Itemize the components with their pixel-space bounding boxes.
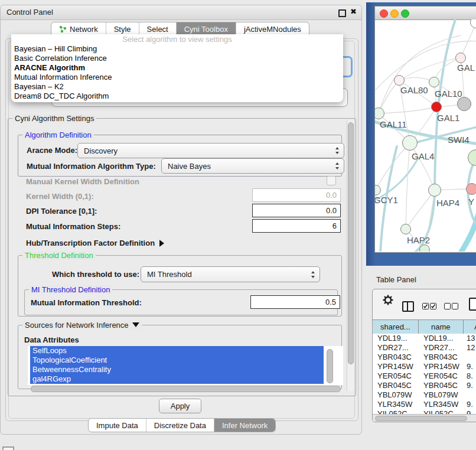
network-node[interactable] bbox=[468, 149, 476, 166]
data-attributes-list[interactable]: SelfLoopsTopologicalCoefficientBetweenne… bbox=[28, 346, 343, 385]
column-header-shared-name[interactable]: shared... bbox=[373, 320, 419, 334]
data-attribute-item[interactable]: TopologicalCoefficient bbox=[30, 356, 324, 365]
table-cell[interactable]: YBL079W bbox=[419, 390, 464, 400]
table-cell[interactable]: YBR045C bbox=[419, 381, 464, 390]
table-horizontal-scrollbar[interactable] bbox=[373, 414, 476, 422]
table-cell[interactable]: YBR043C bbox=[373, 353, 419, 362]
network-node[interactable] bbox=[470, 19, 476, 28]
aracne-mode-combo[interactable]: Discovery bbox=[77, 143, 344, 158]
table-cell[interactable]: YLR345W bbox=[419, 400, 464, 409]
dpi-tolerance-field[interactable]: 0.0 bbox=[252, 204, 341, 217]
algorithm-option[interactable]: Basic Correlation Inference bbox=[11, 54, 343, 63]
sources-group-title[interactable]: Sources for Network Inference bbox=[22, 321, 142, 330]
apply-button[interactable]: Apply bbox=[159, 399, 201, 413]
scrollbar-thumb[interactable] bbox=[375, 416, 467, 421]
table-cell[interactable]: YER054C bbox=[419, 371, 464, 381]
table-row[interactable]: YER054CYER054C8. bbox=[373, 371, 476, 381]
network-node[interactable] bbox=[466, 183, 476, 195]
tab-infer-network[interactable]: Infer Network bbox=[214, 419, 275, 432]
network-canvas[interactable]: GALGAL80GAL10GAL1GAL11GAL4SWI4GCY1HAP4YH… bbox=[375, 19, 476, 252]
manual-kernel-checkbox[interactable] bbox=[327, 176, 336, 185]
float-icon[interactable] bbox=[338, 9, 346, 17]
checkbox-checked-icon[interactable] bbox=[422, 303, 429, 309]
network-node[interactable] bbox=[394, 75, 405, 86]
table-row[interactable]: YDL19...YDL19...13 bbox=[373, 334, 476, 343]
table-cell[interactable]: YLR345W bbox=[373, 400, 419, 409]
table-cell[interactable]: YPR145W bbox=[419, 362, 464, 371]
table-row[interactable]: YBR043CYBR043C bbox=[373, 353, 476, 362]
table-cell[interactable]: 13 bbox=[464, 334, 476, 343]
table-cell[interactable]: YBR043C bbox=[419, 353, 464, 362]
network-node[interactable] bbox=[431, 102, 442, 112]
tab-discretize-data[interactable]: Discretize Data bbox=[146, 419, 214, 432]
tab-impute-data[interactable]: Impute Data bbox=[89, 419, 146, 432]
data-attribute-item[interactable]: SelfLoops bbox=[30, 346, 324, 356]
table-cell[interactable]: 9. bbox=[464, 381, 476, 390]
column-header-name[interactable]: name bbox=[419, 320, 464, 334]
network-node[interactable] bbox=[375, 185, 381, 195]
table-cell[interactable]: 9. bbox=[464, 362, 476, 371]
table-cell[interactable]: YDR27... bbox=[373, 343, 419, 353]
table-cell[interactable]: YIL052C bbox=[419, 409, 464, 414]
algorithm-option[interactable]: ARACNE Algorithm bbox=[11, 63, 343, 73]
algorithm-option[interactable]: Bayesian – Hill Climbing bbox=[11, 44, 343, 54]
network-node[interactable] bbox=[429, 77, 439, 87]
network-node[interactable] bbox=[457, 97, 471, 111]
split-columns-icon[interactable] bbox=[402, 301, 414, 312]
mi-threshold-field[interactable]: 0.5 bbox=[250, 295, 340, 309]
table-cell[interactable] bbox=[464, 390, 476, 400]
mi-steps-field[interactable]: 6 bbox=[252, 219, 341, 233]
table-row[interactable]: YPR145WYPR145W9. bbox=[373, 362, 476, 371]
network-node[interactable] bbox=[375, 107, 384, 119]
hub-section-toggle[interactable]: Hub/Transcription Factor Definition bbox=[26, 239, 164, 247]
data-attribute-item[interactable]: BetweennessCentrality bbox=[30, 365, 324, 374]
table-cell[interactable] bbox=[464, 353, 476, 362]
table-cell[interactable]: YPR145W bbox=[373, 362, 419, 371]
network-node[interactable] bbox=[419, 244, 430, 252]
table-cell[interactable]: YDR27... bbox=[419, 343, 464, 353]
table-row[interactable]: YDR27...YDR27...12 bbox=[373, 343, 476, 353]
settings-vertical-scrollbar[interactable] bbox=[347, 120, 354, 391]
checkbox-checked-icon[interactable] bbox=[430, 303, 436, 309]
table-row[interactable]: YIL052CYIL052C9 bbox=[373, 409, 476, 414]
list-scrollbar-thumb[interactable] bbox=[327, 349, 333, 383]
table-row[interactable]: YBL079WYBL079W bbox=[373, 390, 476, 400]
table-cell[interactable]: 8. bbox=[464, 371, 476, 381]
data-attribute-item[interactable]: gal4RGexp bbox=[30, 374, 324, 384]
mi-type-combo[interactable]: Naive Bayes bbox=[161, 158, 344, 174]
checkbox-unchecked-icon[interactable] bbox=[444, 303, 451, 309]
network-window[interactable]: GALGAL80GAL10GAL1GAL11GAL4SWI4GCY1HAP4YH… bbox=[374, 6, 476, 253]
settings-horizontal-scrollbar-thumb[interactable] bbox=[31, 386, 341, 392]
algorithm-option[interactable]: Dream8 DC_TDC Algorithm bbox=[11, 92, 343, 101]
table-row[interactable]: YBR045CYBR045C9. bbox=[373, 381, 476, 390]
table-cell[interactable]: YBL079W bbox=[373, 390, 419, 400]
table-cell[interactable]: 9 bbox=[464, 409, 476, 414]
control-panel-titlebar[interactable]: Control Panel ✖ bbox=[1, 5, 361, 20]
which-threshold-combo[interactable]: MI Threshold bbox=[141, 266, 320, 282]
document-icon[interactable] bbox=[469, 298, 476, 311]
close-button[interactable] bbox=[380, 9, 388, 18]
table-cell[interactable]: YIL052C bbox=[373, 409, 419, 414]
network-window-titlebar[interactable] bbox=[375, 6, 476, 20]
scrollbar-thumb[interactable] bbox=[348, 122, 354, 364]
table-cell[interactable]: YDL19... bbox=[373, 334, 419, 343]
zoom-button[interactable] bbox=[401, 9, 409, 18]
column-header-third[interactable]: A bbox=[464, 320, 476, 334]
close-icon[interactable]: ✖ bbox=[350, 7, 357, 16]
table-cell[interactable]: YDL19... bbox=[419, 334, 464, 343]
network-node[interactable] bbox=[428, 184, 441, 197]
algorithm-option[interactable]: Bayesian – K2 bbox=[11, 82, 343, 92]
table-row[interactable]: YLR345WYLR345W9. bbox=[373, 400, 476, 409]
table-cell[interactable]: 9. bbox=[464, 400, 476, 409]
table-cell[interactable]: YER054C bbox=[373, 371, 419, 381]
table-cell[interactable]: YBR045C bbox=[373, 381, 419, 390]
kernel-width-field[interactable]: 0.0 bbox=[252, 188, 341, 202]
corner-panel-icon[interactable] bbox=[2, 446, 14, 450]
table-cell[interactable]: 12 bbox=[464, 343, 476, 353]
checkbox-unchecked-icon[interactable] bbox=[452, 303, 458, 309]
algorithm-option[interactable]: Mutual Information Inference bbox=[11, 73, 343, 82]
gear-icon[interactable] bbox=[383, 295, 393, 305]
network-node[interactable] bbox=[402, 135, 418, 151]
network-node[interactable] bbox=[400, 224, 411, 234]
minimize-button[interactable] bbox=[390, 9, 399, 18]
